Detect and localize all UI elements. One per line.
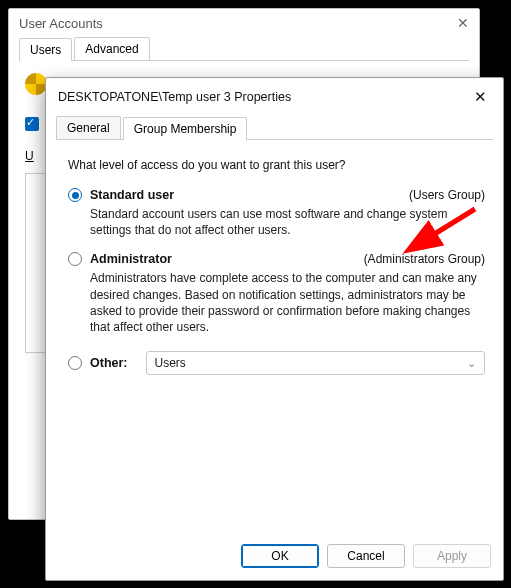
tab-group-membership[interactable]: Group Membership: [123, 117, 248, 140]
radio-standard[interactable]: [68, 188, 82, 202]
front-tabs: General Group Membership: [56, 116, 493, 140]
front-titlebar: DESKTOPATONE\Temp user 3 Properties ✕: [46, 78, 503, 116]
ok-button[interactable]: OK: [241, 544, 319, 568]
bg-title-text: User Accounts: [19, 16, 103, 31]
option-admin: Administrator (Administrators Group) Adm…: [68, 252, 485, 335]
chevron-down-icon: ⌄: [467, 357, 476, 370]
group-standard: (Users Group): [409, 188, 485, 202]
group-admin: (Administrators Group): [364, 252, 485, 266]
label-standard: Standard user: [90, 188, 174, 202]
front-title-text: DESKTOPATONE\Temp user 3 Properties: [58, 90, 291, 104]
cancel-button[interactable]: Cancel: [327, 544, 405, 568]
bg-checkbox[interactable]: [25, 117, 39, 131]
bg-tabs: Users Advanced: [9, 37, 479, 61]
apply-button: Apply: [413, 544, 491, 568]
close-icon[interactable]: ✕: [468, 86, 493, 108]
front-content: What level of access do you want to gran…: [46, 140, 503, 534]
radio-other[interactable]: [68, 356, 82, 370]
option-other: Other: Users ⌄: [68, 351, 485, 375]
other-select-value: Users: [155, 356, 186, 370]
bg-tab-advanced[interactable]: Advanced: [74, 37, 149, 60]
label-admin: Administrator: [90, 252, 172, 266]
close-icon[interactable]: ✕: [457, 15, 469, 31]
bg-tab-users[interactable]: Users: [19, 38, 72, 61]
option-standard: Standard user (Users Group) Standard acc…: [68, 188, 485, 238]
bg-users-label: U: [25, 149, 34, 163]
dialog-buttons: OK Cancel Apply: [46, 534, 503, 580]
radio-admin[interactable]: [68, 252, 82, 266]
tab-general[interactable]: General: [56, 116, 121, 139]
bg-titlebar: User Accounts ✕: [9, 9, 479, 37]
properties-dialog: DESKTOPATONE\Temp user 3 Properties ✕ Ge…: [45, 77, 504, 581]
desc-admin: Administrators have complete access to t…: [90, 270, 485, 335]
access-question: What level of access do you want to gran…: [68, 158, 485, 172]
label-other: Other:: [90, 356, 128, 370]
other-select[interactable]: Users ⌄: [146, 351, 486, 375]
shield-icon: [25, 73, 47, 95]
desc-standard: Standard account users can use most soft…: [90, 206, 485, 238]
